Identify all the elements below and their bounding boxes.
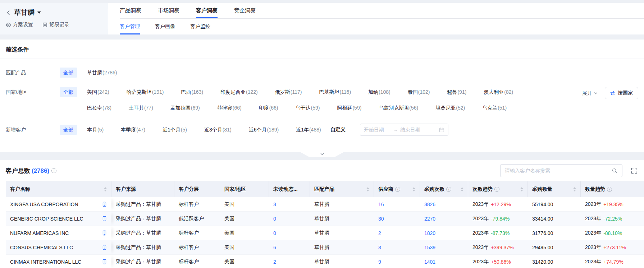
main-tab[interactable]: 竞企洞察 (234, 3, 256, 18)
info-icon[interactable]: i (395, 187, 400, 192)
page-title[interactable]: 草甘膦 (14, 8, 35, 17)
sort-icon[interactable] (643, 187, 644, 191)
country-option[interactable]: 美国(242) (87, 87, 109, 97)
table-row[interactable]: GENERIC CROP SCIENCE LLC 采购过产品：草甘膦 低活跃客户… (6, 212, 644, 226)
column-header[interactable]: 客户名称 (6, 181, 111, 197)
main-tab[interactable]: 市场洞察 (158, 3, 179, 18)
country-option[interactable]: 澳大利亚(82) (484, 87, 513, 97)
country-option[interactable]: 加纳(108) (368, 87, 390, 97)
contact-phone-icon[interactable] (102, 202, 107, 207)
end-date-input[interactable] (400, 127, 428, 133)
sub-tab[interactable]: 客户监控 (190, 19, 210, 34)
sort-icon[interactable] (410, 187, 415, 191)
search-icon[interactable] (612, 168, 618, 174)
main-tab[interactable]: 客户洞察 (196, 3, 218, 18)
date-range-picker[interactable]: → (360, 124, 448, 136)
sort-icon[interactable] (458, 187, 463, 191)
scheme-settings-button[interactable]: 方案设置 (6, 22, 33, 28)
country-option[interactable]: 巴拉圭(78) (87, 103, 111, 113)
country-option[interactable]: 印度(66) (259, 103, 278, 113)
purchase-count-link[interactable]: 2270 (424, 216, 435, 222)
column-header[interactable]: 客户分层 (174, 181, 220, 197)
country-option[interactable]: 巴西(163) (181, 87, 203, 97)
customer-search-input[interactable] (505, 168, 612, 174)
period-option[interactable]: 近6个月(189) (249, 125, 279, 135)
contact-phone-icon[interactable] (102, 230, 107, 236)
start-date-input[interactable] (364, 127, 391, 133)
info-icon[interactable]: i (51, 168, 56, 173)
suppliers-count-link[interactable]: 16 (378, 202, 384, 207)
suppliers-count-link[interactable]: 30 (378, 216, 384, 222)
table-row[interactable]: NUFARM AMERICAS INC 采购过产品：草甘膦 标杆客户 美国 0 … (6, 226, 644, 240)
period-option[interactable]: 本月(5) (87, 125, 104, 135)
info-icon[interactable]: i (607, 187, 612, 192)
filter-all-chip[interactable]: 全部 (60, 125, 77, 135)
trade-records-button[interactable]: 贸易记录 (42, 22, 69, 28)
info-icon[interactable]: i (446, 187, 451, 192)
country-option[interactable]: 菲律宾(66) (217, 103, 242, 113)
contact-phone-icon[interactable] (102, 216, 107, 221)
column-header[interactable]: 数量趋势 i (581, 181, 644, 197)
column-header[interactable]: 匹配产品 (310, 181, 374, 197)
expand-toggle[interactable]: 展开 (582, 88, 598, 98)
period-option[interactable]: 本季度(47) (121, 125, 145, 135)
country-option[interactable]: 哈萨克斯坦(191) (127, 87, 164, 97)
country-option[interactable]: 乌兹别克斯坦(56) (379, 103, 418, 113)
country-option[interactable]: 泰国(102) (408, 87, 430, 97)
column-header[interactable]: 国家/地区 (220, 181, 269, 197)
suppliers-count-link[interactable]: 3 (378, 245, 381, 250)
period-option[interactable]: 近1个月(5) (163, 125, 187, 135)
suppliers-count-link[interactable]: 2 (378, 230, 381, 236)
custom-date-link[interactable]: 自定义 (330, 126, 346, 133)
sub-tab[interactable]: 客户画像 (155, 19, 175, 34)
by-country-button[interactable]: 按国家 (605, 87, 638, 99)
column-header[interactable]: 客户来源 (111, 181, 174, 197)
suppliers-count-link[interactable]: 9 (378, 259, 381, 265)
column-header[interactable]: 供应商 i (374, 181, 420, 197)
column-header[interactable]: 采购次数 i (420, 181, 468, 197)
sort-icon[interactable] (101, 187, 107, 191)
unread-count-link[interactable]: 0 (273, 230, 276, 236)
filter-all-chip[interactable]: 全部 (60, 87, 77, 97)
table-row[interactable]: XINGFA USA CORPORATION 采购过产品：草甘膦 标杆客户 美国… (6, 197, 644, 212)
unread-count-link[interactable]: 3 (273, 202, 276, 207)
country-option[interactable]: 俄罗斯(117) (275, 87, 302, 97)
sub-tab[interactable]: 客户管理 (120, 19, 140, 34)
country-option[interactable]: 乌干达(59) (296, 103, 320, 113)
country-option[interactable]: 阿根廷(59) (337, 103, 361, 113)
column-header[interactable]: 次数趋势 i (468, 181, 528, 197)
country-option[interactable]: 印度尼西亚(122) (220, 87, 258, 97)
contact-phone-icon[interactable] (102, 245, 107, 250)
column-header[interactable]: 采购数量 (528, 181, 581, 197)
filter-all-chip[interactable]: 全部 (60, 68, 77, 78)
unread-count-link[interactable]: 0 (273, 216, 276, 222)
period-option[interactable]: 近3个月(81) (204, 125, 232, 135)
sort-icon[interactable] (517, 187, 523, 191)
contact-phone-icon[interactable] (102, 259, 107, 264)
country-option[interactable]: 土耳其(77) (129, 103, 153, 113)
country-option[interactable]: 巴基斯坦(116) (319, 87, 351, 97)
period-option[interactable]: 近1年(488) (296, 125, 321, 135)
country-option[interactable]: 乌克兰(51) (482, 103, 507, 113)
unread-count-link[interactable]: 6 (273, 245, 276, 250)
country-option[interactable]: 孟加拉国(69) (170, 103, 200, 113)
table-row[interactable]: CONSUS CHEMICALS LLC 采购过产品：草甘膦 标杆客户 美国 6… (6, 240, 644, 255)
country-option[interactable]: 秘鲁(91) (447, 87, 466, 97)
chevron-down-icon[interactable] (37, 11, 41, 14)
filter-option[interactable]: 草甘膦(2786) (87, 68, 117, 78)
main-tab[interactable]: 产品洞察 (120, 3, 141, 18)
purchase-count-link[interactable]: 1401 (424, 259, 435, 265)
country-option[interactable]: 坦桑尼亚(52) (435, 103, 465, 113)
back-icon[interactable] (6, 10, 11, 15)
purchase-count-link[interactable]: 1820 (424, 230, 435, 236)
purchase-count-link[interactable]: 3826 (424, 202, 435, 207)
sort-icon[interactable] (364, 187, 369, 191)
purchase-count-link[interactable]: 1539 (424, 245, 435, 250)
sort-icon[interactable] (570, 187, 576, 191)
customer-search[interactable] (500, 164, 622, 177)
column-header[interactable]: 未读动态... (269, 181, 310, 197)
collapse-filters-tab[interactable] (301, 152, 343, 157)
info-icon[interactable]: i (494, 187, 499, 192)
table-row[interactable]: CINMAX INTERNATIONAL LLC 采购过产品：草甘膦 标杆客户 … (6, 255, 644, 268)
fullscreen-icon[interactable] (631, 167, 638, 174)
